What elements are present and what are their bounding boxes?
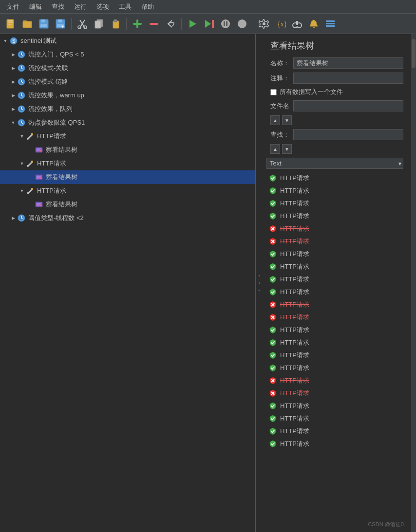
cut-button[interactable] xyxy=(75,16,90,32)
result-item[interactable]: HTTP请求 xyxy=(266,349,407,362)
result-item[interactable]: HTTP请求 xyxy=(266,210,407,222)
copy-button[interactable] xyxy=(91,16,107,32)
item6-arrow: ▼ xyxy=(10,119,17,126)
tree-result-2[interactable]: ▶ 察看结果树 xyxy=(0,170,255,184)
tree-item-5[interactable]: ▶ 流控效果，队列 xyxy=(0,102,255,116)
result-label: HTTP请求 xyxy=(280,364,309,372)
right-panel: 查看结果树 名称： 注释： 所有数据写入一个文件 文件名 ▲ ▼ 查找： xyxy=(263,34,411,532)
item5-label: 流控效果，队列 xyxy=(28,105,73,113)
svg-rect-1 xyxy=(8,20,13,21)
result-item[interactable]: HTTP请求 xyxy=(266,235,407,248)
menu-options[interactable]: 选项 xyxy=(92,0,114,13)
http2-label: HTTP请求 xyxy=(37,159,66,168)
result-label: HTTP请求 xyxy=(280,288,309,296)
result-label: HTTP请求 xyxy=(280,237,309,246)
svg-point-28 xyxy=(221,19,230,28)
tree-item-4[interactable]: ▶ 流控效果，warm up xyxy=(0,89,255,102)
result-item[interactable]: HTTP请求 xyxy=(266,184,407,197)
tree-http-2[interactable]: ▼ HTTP请求 xyxy=(0,157,255,170)
toolbar-sep-2 xyxy=(126,18,127,30)
menu-help[interactable]: 帮助 xyxy=(136,0,159,13)
tree-result-3[interactable]: ▶ 察看结果树 xyxy=(0,198,255,211)
result-item[interactable]: HTTP请求 xyxy=(266,311,407,324)
comment-input[interactable] xyxy=(293,73,403,84)
result-item[interactable]: HTTP请求 xyxy=(266,336,407,349)
view-type-dropdown[interactable]: Text XML JSON HTML Regexp Tester CSS/JQu… xyxy=(266,158,403,169)
item7-label: 阈值类型-线程数 <2 xyxy=(28,214,84,222)
result-item[interactable]: HTTP请求 xyxy=(266,374,407,387)
shield-success-icon xyxy=(268,174,277,183)
result-item[interactable]: HTTP请求 xyxy=(266,438,407,450)
save-button[interactable] xyxy=(36,16,52,32)
result-item[interactable]: HTTP请求 xyxy=(266,273,407,286)
result-item[interactable]: HTTP请求 xyxy=(266,324,407,336)
settings-button[interactable] xyxy=(256,16,272,32)
new-file-button[interactable] xyxy=(3,16,19,32)
tree-http-1[interactable]: ▼ HTTP请求 xyxy=(0,129,255,143)
open-button[interactable] xyxy=(19,16,35,32)
back-button[interactable] xyxy=(163,16,178,32)
menu-tools[interactable]: 工具 xyxy=(114,0,136,13)
result-item[interactable]: HTTP请求 xyxy=(266,197,407,210)
tree-item-7[interactable]: ▶ 阈值类型-线程数 <2 xyxy=(0,211,255,225)
nav-down-btn[interactable]: ▼ xyxy=(282,115,292,125)
name-input[interactable] xyxy=(293,57,403,69)
tree-result-1[interactable]: ▶ 察看结果树 xyxy=(0,143,255,157)
stop-button[interactable] xyxy=(234,16,250,32)
result-item[interactable]: HTTP请求 xyxy=(266,387,407,400)
http2-arrow: ▼ xyxy=(19,160,25,167)
notify-button[interactable] xyxy=(306,16,321,32)
root-arrow: ▼ xyxy=(2,37,9,44)
result-item[interactable]: HTTP请求 xyxy=(266,425,407,438)
result-item[interactable]: HTTP请求 xyxy=(266,286,407,298)
result-item[interactable]: HTTP请求 xyxy=(266,222,407,235)
pause-button[interactable] xyxy=(218,16,233,32)
result-item[interactable]: HTTP请求 xyxy=(266,400,407,412)
tree-item-1[interactable]: ▶ 流控入门，QPS < 5 xyxy=(0,48,255,61)
tree-root[interactable]: ▼ S sentinel:测试 xyxy=(0,34,255,48)
tree-item-3[interactable]: ▶ 流控模式-链路 xyxy=(0,75,255,89)
nav-up-btn[interactable]: ▲ xyxy=(270,115,280,125)
run-stop-button[interactable] xyxy=(201,16,217,32)
remove-button[interactable] xyxy=(146,16,162,32)
tree-http-3[interactable]: ▼ HTTP请求 xyxy=(0,184,255,198)
tree-item-2[interactable]: ▶ 流控模式-关联 xyxy=(0,61,255,75)
item4-arrow: ▶ xyxy=(10,92,17,99)
tree-item-6[interactable]: ▼ 热点参数限流 QPS1 xyxy=(0,116,255,129)
menu-run[interactable]: 运行 xyxy=(69,0,92,13)
shield-success-icon xyxy=(268,427,277,436)
run-button[interactable] xyxy=(185,16,200,32)
http1-arrow: ▼ xyxy=(19,133,25,140)
all-data-checkbox[interactable] xyxy=(270,89,277,95)
result-item[interactable]: HTTP请求 xyxy=(266,260,407,273)
list-button[interactable] xyxy=(322,16,338,32)
result-label: HTTP请求 xyxy=(280,250,309,258)
menu-file[interactable]: 文件 xyxy=(2,0,24,13)
menu-find[interactable]: 查找 xyxy=(47,0,69,13)
svg-point-31 xyxy=(238,19,246,28)
scrollbar-thumb[interactable] xyxy=(412,39,416,68)
result-item[interactable]: HTTP请求 xyxy=(266,362,407,374)
nav-up-btn-2[interactable]: ▲ xyxy=(270,144,280,154)
add-button[interactable] xyxy=(130,16,145,32)
results-list: HTTP请求 HTTP请求 HTTP请求 HTTP请求 HTTP请求 HTTP请… xyxy=(263,171,411,532)
http3-label: HTTP请求 xyxy=(37,186,66,195)
result-label: HTTP请求 xyxy=(280,199,309,208)
result-label: HTTP请求 xyxy=(280,313,309,322)
vars-button[interactable]: {x} xyxy=(273,16,288,32)
result-item[interactable]: HTTP请求 xyxy=(266,298,407,311)
menu-edit[interactable]: 编辑 xyxy=(24,0,47,13)
result-label: HTTP请求 xyxy=(280,427,309,436)
paste-button[interactable] xyxy=(108,16,123,32)
result-item[interactable]: HTTP请求 xyxy=(266,172,407,184)
result-item[interactable]: HTTP请求 xyxy=(266,412,407,425)
panel-separator[interactable]: ••• xyxy=(256,34,263,532)
result-item[interactable]: HTTP请求 xyxy=(266,248,407,260)
search-input[interactable] xyxy=(293,129,403,140)
binoculars-button[interactable] xyxy=(289,16,305,32)
nav-down-btn-2[interactable]: ▼ xyxy=(282,144,292,154)
save-as-button[interactable]: + xyxy=(53,16,68,32)
filename-input[interactable] xyxy=(293,100,403,111)
right-scrollbar[interactable] xyxy=(411,34,416,532)
result-label: HTTP请求 xyxy=(280,376,309,385)
